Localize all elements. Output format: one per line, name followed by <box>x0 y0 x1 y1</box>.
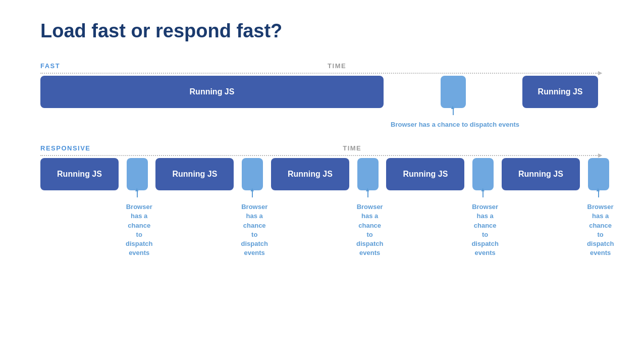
resp-gap-5-container: Browser has a chance to dispatch events <box>583 158 614 257</box>
responsive-time-label: TIME <box>343 144 361 152</box>
resp-js-3: Running JS <box>271 158 349 190</box>
resp-gap-3-arrow <box>367 190 368 197</box>
resp-gap-4-container: Browser has a chance to dispatch events <box>467 158 498 257</box>
fast-gap-block-container: Browser has a chance to dispatch events <box>387 76 519 129</box>
fast-js-block-2: Running JS <box>522 76 598 108</box>
resp-gap-5-arrow <box>598 190 599 197</box>
resp-gap-3-container: Browser has a chance to dispatch events <box>352 158 383 257</box>
responsive-blocks-row: Running JS Browser has a chance to dispa… <box>40 158 604 257</box>
resp-js-4: Running JS <box>386 158 464 190</box>
resp-gap-1-container: Browser has a chance to dispatch events <box>122 158 152 257</box>
resp-js-2: Running JS <box>155 158 234 190</box>
resp-gap-4 <box>472 158 494 190</box>
resp-gap-2-container: Browser has a chance to dispatch events <box>237 158 267 257</box>
responsive-section: RESPONSIVE TIME Running JS Browser has a… <box>40 144 604 257</box>
resp-gap-1-annotation: Browser has a chance to dispatch events <box>122 202 152 257</box>
resp-gap-4-arrow <box>482 190 484 197</box>
resp-gap-1-arrow <box>137 190 138 197</box>
resp-js-1: Running JS <box>40 158 119 190</box>
resp-js-4-container: Running JS <box>386 158 464 190</box>
fast-time-label: TIME <box>328 62 346 70</box>
resp-gap-3 <box>357 158 379 190</box>
fast-blocks-row: Running JS Browser has a chance to dispa… <box>40 76 604 129</box>
fast-js-block-1: Running JS <box>40 76 384 108</box>
resp-js-3-container: Running JS <box>271 158 349 190</box>
resp-gap-5 <box>588 158 609 190</box>
resp-gap-4-annotation: Browser has a chance to dispatch events <box>467 202 498 257</box>
resp-gap-5-annotation: Browser has a chance to dispatch events <box>583 202 614 257</box>
fast-js-block-1-container: Running JS <box>40 76 384 108</box>
page-title: Load fast or respond fast? <box>40 20 604 42</box>
resp-gap-3-annotation: Browser has a chance to dispatch events <box>352 202 383 257</box>
resp-gap-2-arrow <box>252 190 253 197</box>
resp-gap-2 <box>242 158 263 190</box>
resp-js-1-container: Running JS <box>40 158 119 190</box>
responsive-timeline-arrow <box>40 155 604 156</box>
resp-gap-1 <box>127 158 148 190</box>
fast-timeline-arrow <box>40 73 604 74</box>
resp-js-5-container: Running JS <box>502 158 580 190</box>
responsive-label: RESPONSIVE <box>40 144 91 152</box>
resp-js-5: Running JS <box>502 158 580 190</box>
fast-gap-annotation-arrow <box>453 108 454 115</box>
resp-js-2-container: Running JS <box>155 158 234 190</box>
fast-gap-block <box>441 76 466 108</box>
fast-section: FAST TIME Running JS Browser has a chanc… <box>40 62 604 129</box>
fast-js-block-2-container: Running JS <box>522 76 598 108</box>
fast-gap-annotation: Browser has a chance to dispatch events <box>387 120 519 129</box>
resp-gap-2-annotation: Browser has a chance to dispatch events <box>237 202 267 257</box>
fast-label: FAST <box>40 62 60 70</box>
